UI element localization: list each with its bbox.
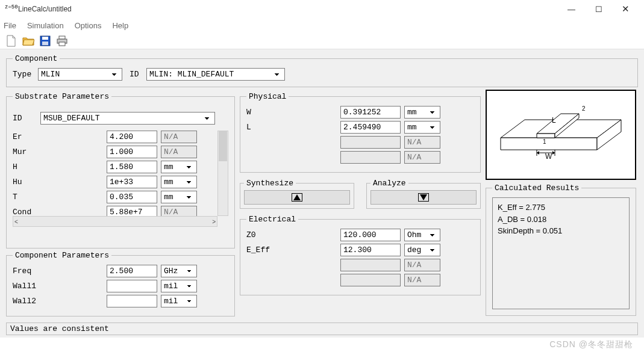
physical-legend: Physical: [246, 92, 289, 101]
window-title: LineCalc/untitled: [18, 5, 558, 13]
l-unit[interactable]: mm: [404, 121, 440, 134]
param-label: Z0: [246, 230, 337, 239]
freq-input[interactable]: [107, 265, 157, 277]
z0-input[interactable]: [340, 229, 401, 241]
l-input[interactable]: [340, 121, 401, 134]
scroll-thumb[interactable]: [219, 131, 227, 161]
wall1-input[interactable]: [107, 280, 157, 292]
param-value-h[interactable]: [107, 161, 157, 173]
param-label: W: [246, 108, 337, 117]
param-value-er[interactable]: [107, 131, 157, 143]
microstrip-icon: L W 1 2: [495, 96, 627, 174]
param-unit-h[interactable]: mm: [161, 161, 197, 173]
open-folder-icon: [22, 36, 34, 46]
open-file-button[interactable]: [22, 34, 35, 48]
phys4-input: [340, 151, 401, 164]
w-input[interactable]: [340, 106, 401, 119]
param-unit-hu[interactable]: mm: [161, 176, 197, 188]
scroll-left-icon[interactable]: <: [14, 218, 18, 225]
comp-row-freq: Freq GHz: [13, 265, 228, 277]
substrate-scroll-v[interactable]: [217, 131, 228, 216]
synthesize-button[interactable]: [244, 190, 350, 205]
param-label: T: [13, 193, 103, 202]
menu-help[interactable]: Help: [112, 21, 128, 30]
substrate-id-label: ID: [13, 114, 37, 123]
param-value-hu[interactable]: [107, 176, 157, 188]
comp-row-wall2: Wall2 mil: [13, 295, 228, 307]
elec4-input: [340, 274, 401, 286]
param-unit-er[interactable]: N/A: [161, 131, 197, 143]
freq-unit[interactable]: GHz: [161, 265, 197, 277]
component-group: Component Type MLIN ID MLIN: MLIN_DEFAUL…: [6, 54, 638, 87]
sub-row-hu: Hu mm: [13, 176, 228, 188]
param-label: Wall1: [13, 282, 103, 291]
param-unit-mur[interactable]: N/A: [161, 146, 197, 158]
analyze-legend: Analyze: [370, 179, 408, 188]
substrate-id-combo[interactable]: MSUB_DEFAULT: [40, 112, 215, 125]
titlebar: z=50 LineCalc/untitled — ☐ ✕: [0, 0, 644, 18]
app-icon: z=50: [5, 4, 14, 14]
menu-simulation[interactable]: Simulation: [27, 21, 64, 30]
svg-rect-1: [42, 37, 48, 40]
print-button[interactable]: [55, 34, 69, 48]
status-bar: Values are consistent: [6, 323, 638, 335]
substrate-scroll-h[interactable]: <>: [13, 216, 217, 227]
maximize-button[interactable]: ☐: [585, 1, 612, 17]
results-box: K_Eff = 2.775 A_DB = 0.018 SkinDepth = 0…: [492, 197, 630, 309]
param-label: Mur: [13, 147, 103, 156]
param-label: Wall2: [13, 297, 103, 306]
eeff-unit[interactable]: deg: [404, 244, 440, 256]
svg-text:L: L: [552, 116, 556, 125]
id-label: ID: [130, 70, 143, 79]
sub-row-mur: Mur N/A: [13, 146, 228, 158]
svg-marker-7: [501, 138, 597, 150]
svg-text:1: 1: [543, 138, 546, 145]
param-value-mur[interactable]: [107, 146, 157, 158]
arrow-up-icon: [293, 194, 301, 200]
electrical-legend: Electrical: [246, 215, 298, 224]
window-controls: — ☐ ✕: [558, 1, 639, 17]
wall2-unit[interactable]: mil: [161, 295, 197, 307]
phys3-unit[interactable]: N/A: [404, 136, 440, 149]
param-label: Er: [13, 132, 103, 141]
minimize-button[interactable]: —: [558, 1, 585, 17]
id-combo[interactable]: MLIN: MLIN_DEFAULT: [146, 68, 285, 81]
param-value-t[interactable]: [107, 191, 157, 203]
new-file-button[interactable]: [5, 34, 18, 48]
elec4-unit[interactable]: N/A: [404, 274, 440, 286]
watermark: CSDN @冬冬甜甜枪: [549, 339, 633, 350]
component-params-legend: Component Parameters: [13, 251, 111, 260]
menu-options[interactable]: Options: [75, 21, 102, 30]
electrical-group: Electrical Z0Ohm E_Effdeg N/A N/A: [240, 215, 481, 295]
z0-unit[interactable]: Ohm: [404, 229, 440, 241]
eeff-input[interactable]: [340, 244, 401, 256]
scroll-right-icon[interactable]: >: [212, 218, 216, 225]
wall1-unit[interactable]: mil: [161, 280, 197, 292]
component-params-group: Component Parameters Freq GHz Wall1 mil …: [6, 251, 235, 316]
param-label: Hu: [13, 177, 103, 187]
param-unit-t[interactable]: mm: [161, 191, 197, 203]
param-label: H: [13, 162, 103, 171]
sub-row-t: T mm: [13, 191, 228, 203]
wall2-input[interactable]: [107, 295, 157, 307]
svg-rect-2: [42, 42, 48, 45]
elec3-unit[interactable]: N/A: [404, 259, 440, 271]
analyze-button[interactable]: [370, 190, 477, 205]
type-label: Type: [13, 70, 34, 79]
results-legend: Calculated Results: [492, 184, 581, 193]
analyze-group: Analyze: [366, 179, 481, 209]
phys4-unit[interactable]: N/A: [404, 151, 440, 164]
substrate-group: Substrate Parameters ID MSUB_DEFAULT Er …: [6, 92, 235, 248]
substrate-legend: Substrate Parameters: [13, 92, 111, 101]
sub-row-er: Er N/A: [13, 131, 228, 143]
component-legend: Component: [13, 54, 60, 63]
type-combo[interactable]: MLIN: [38, 68, 122, 81]
workarea: Component Type MLIN ID MLIN: MLIN_DEFAUL…: [0, 49, 644, 338]
menu-file[interactable]: File: [4, 21, 16, 30]
w-unit[interactable]: mm: [404, 106, 440, 119]
close-button[interactable]: ✕: [612, 1, 639, 17]
result-line: A_DB = 0.018: [498, 214, 624, 226]
results-group: Calculated Results K_Eff = 2.775 A_DB = …: [486, 184, 636, 316]
save-button[interactable]: [39, 34, 52, 48]
synthesize-group: Synthesize: [240, 179, 354, 209]
